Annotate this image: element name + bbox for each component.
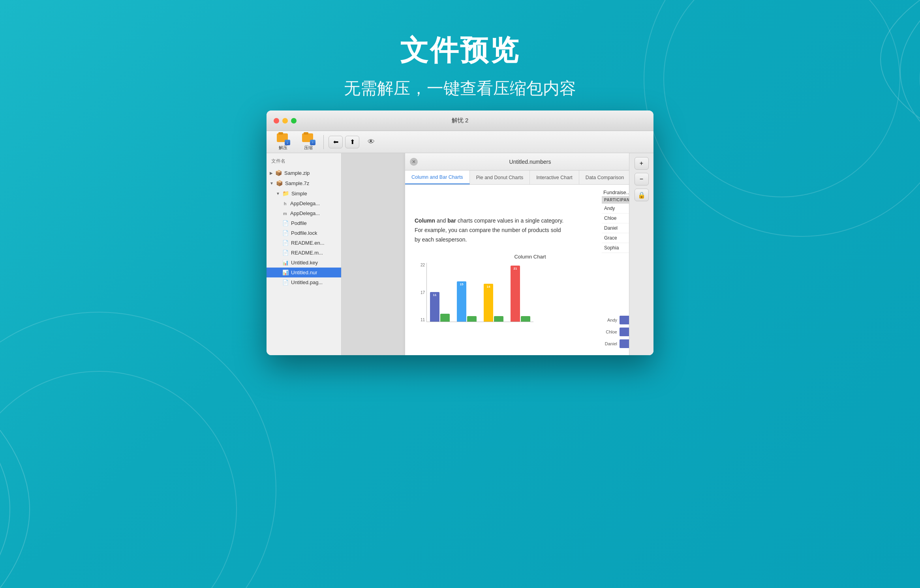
- bar-group-4: 21: [511, 266, 530, 322]
- window-controls: [274, 118, 297, 124]
- file-list: 文件名 ▶ 📦 Sample.zip ▼ 📦 Sample.7z ▼ 📁 Sim…: [267, 153, 342, 355]
- desc-rest: charts compare values in a single catego…: [415, 217, 563, 243]
- page-subtitle: 无需解压，一键查看压缩包内容: [0, 77, 920, 99]
- compress-icon: ↑: [302, 133, 315, 144]
- filename-appdelegateh: AppDelega...: [290, 200, 320, 206]
- filename-sample7z: Sample.7z: [285, 180, 309, 186]
- numbers-tabs: Column and Bar Charts Pie and Donut Char…: [405, 170, 653, 185]
- numbers-window: ✕ Untitled.numbers ⬆ Column and Bar Char…: [405, 153, 653, 355]
- hbar-label-andy: Andy: [600, 318, 620, 322]
- hbar-label-chloe: Chloe: [600, 330, 620, 334]
- filename-untitledkey: Untitled.key: [291, 260, 318, 266]
- file-item-sample7z[interactable]: ▼ 📦 Sample.7z: [267, 178, 341, 188]
- maximize-button[interactable]: [291, 118, 297, 124]
- chart-container: 22 17 11 11: [415, 263, 646, 322]
- right-toolbar: + − 🔒: [629, 153, 653, 355]
- wave-decor-4: [0, 371, 237, 588]
- file-item-untitlednumbers[interactable]: 📊 Untitled.nur: [267, 268, 341, 277]
- tab-column-bar-charts[interactable]: Column and Bar Charts: [405, 170, 470, 184]
- md-icon-2: 📄: [282, 250, 289, 256]
- chart-section: Column Chart 22 17 11: [415, 254, 646, 322]
- filename-podfilelock: Podfile.lock: [291, 230, 317, 236]
- remove-button[interactable]: −: [635, 173, 649, 185]
- file-item-podfile[interactable]: 📄 Podfile: [267, 218, 341, 228]
- tab-interactive-chart[interactable]: Interactive Chart: [530, 170, 579, 184]
- y-axis: 22 17 11: [415, 263, 426, 322]
- minimize-button[interactable]: [282, 118, 288, 124]
- filename-appdelegaem: AppDelega...: [290, 210, 320, 216]
- filename-readmemd: README.m...: [291, 250, 323, 256]
- file-item-appdelegaem[interactable]: m AppDelega...: [267, 208, 341, 218]
- nav-buttons: ⬅ ⬆: [329, 136, 359, 148]
- filename-untitlednumbers: Untitled.nur: [291, 270, 317, 275]
- pages-icon: 📄: [282, 279, 289, 285]
- file-item-samplezip[interactable]: ▶ 📦 Sample.zip: [267, 168, 341, 178]
- filename-simple: Simple: [291, 191, 307, 197]
- tab-pie-donut-charts[interactable]: Pie and Donut Charts: [470, 170, 530, 184]
- file-item-untitledkey[interactable]: 📊 Untitled.key: [267, 258, 341, 268]
- y-label-22: 22: [421, 263, 425, 267]
- bar-label-15: 15: [460, 281, 464, 286]
- bar-2a: 15: [457, 281, 466, 322]
- filename-samplezip: Sample.zip: [284, 170, 310, 176]
- file-area: 文件名 ▶ 📦 Sample.zip ▼ 📦 Sample.7z ▼ 📁 Sim…: [267, 153, 653, 355]
- close-button[interactable]: [274, 118, 279, 124]
- file-icon-2: 📄: [282, 230, 289, 236]
- chart-bars: 11 15: [426, 263, 533, 322]
- back-button[interactable]: ⬅: [329, 136, 343, 148]
- compress-label: 压缩: [304, 145, 313, 151]
- tab-data-comparison[interactable]: Data Comparison: [579, 170, 631, 184]
- chevron-right-icon: ▶: [270, 171, 273, 175]
- bar-1b: [440, 314, 450, 322]
- bar-label-14: 14: [487, 284, 490, 288]
- window-title: 解忧 2: [452, 117, 469, 124]
- file-item-simple[interactable]: ▼ 📁 Simple: [267, 188, 341, 198]
- zip-icon: 📦: [275, 170, 282, 176]
- bar-2b: [467, 316, 477, 322]
- m-file-badge: m: [282, 211, 288, 216]
- bar-3a: 14: [484, 284, 493, 322]
- bar-1a: 11: [430, 292, 439, 322]
- chart-title: Column Chart: [415, 254, 646, 260]
- filename-readmeen: README.en...: [291, 240, 325, 246]
- h-file-badge: h: [282, 201, 288, 206]
- eye-button[interactable]: 👁: [364, 136, 378, 148]
- plus-icon: +: [640, 160, 643, 167]
- add-button[interactable]: +: [635, 157, 649, 170]
- description-text: Column and bar charts compare values in …: [415, 216, 565, 244]
- hbar-label-daniel: Daniel: [600, 341, 620, 346]
- file-icon: 📄: [282, 220, 289, 226]
- decompress-button[interactable]: ↓ 解压: [273, 133, 293, 151]
- key-icon: 📊: [282, 260, 289, 266]
- file-item-readmemd[interactable]: 📄 README.m...: [267, 248, 341, 258]
- folder-icon: 📁: [282, 190, 289, 197]
- bar-group-2: 15: [457, 281, 477, 322]
- wave-decor-3: [0, 312, 276, 588]
- chevron-down-icon-2: ▼: [276, 191, 280, 196]
- forward-button[interactable]: ⬆: [345, 136, 359, 148]
- y-label-11: 11: [421, 318, 425, 322]
- file-item-readmeen[interactable]: 📄 README.en...: [267, 238, 341, 248]
- bar-label-11: 11: [433, 292, 437, 297]
- file-list-header: 文件名: [267, 156, 341, 168]
- toolbar-separator: [323, 135, 324, 149]
- numbers-close-button[interactable]: ✕: [410, 158, 418, 166]
- y-label-17: 17: [421, 290, 425, 295]
- 7z-icon: 📦: [276, 180, 283, 186]
- lock-button[interactable]: 🔒: [635, 189, 649, 201]
- filename-untitledpages: Untitled.pag...: [291, 279, 323, 285]
- lock-icon: 🔒: [638, 191, 646, 199]
- bold-bar: bar: [447, 217, 456, 224]
- file-item-podfilelock[interactable]: 📄 Podfile.lock: [267, 228, 341, 238]
- filename-podfile: Podfile: [291, 220, 307, 226]
- main-window: 解忧 2 ↓ 解压 ↑ 压缩 ⬅ ⬆: [267, 110, 653, 355]
- compress-button[interactable]: ↑ 压缩: [298, 133, 319, 151]
- title-bar: 解忧 2: [267, 110, 653, 131]
- main-toolbar: ↓ 解压 ↑ 压缩 ⬅ ⬆ 👁: [267, 131, 653, 153]
- chevron-down-icon: ▼: [270, 181, 274, 185]
- file-item-appdelegateh[interactable]: h AppDelega...: [267, 198, 341, 208]
- bar-3b: [494, 316, 503, 322]
- page-header: 文件预览 无需解压，一键查看压缩包内容: [0, 0, 920, 99]
- file-item-untitledpages[interactable]: 📄 Untitled.pag...: [267, 277, 341, 287]
- numbers-window-title: Untitled.numbers: [509, 159, 551, 165]
